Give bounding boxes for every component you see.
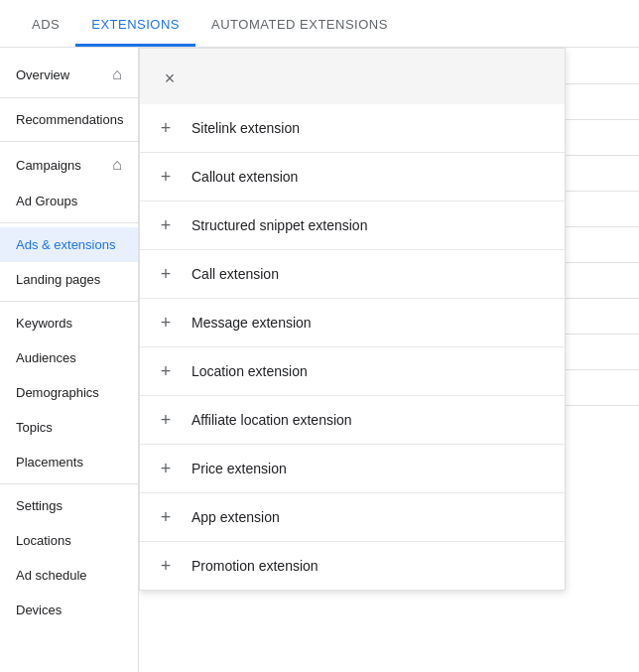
sidebar-item-label: Locations — [16, 533, 71, 548]
ext-item-sitelink[interactable]: + Sitelink extension — [140, 104, 565, 153]
sidebar-item-label: Recommendations — [16, 112, 123, 127]
add-icon: + — [156, 118, 176, 138]
ext-item-app[interactable]: + App extension — [140, 493, 565, 542]
sidebar-divider — [0, 97, 138, 98]
sidebar-item-demographics[interactable]: Demographics — [0, 375, 138, 410]
ext-item-price[interactable]: + Price extension — [140, 445, 565, 493]
sidebar-item-label: Placements — [16, 455, 83, 470]
sidebar-item-devices[interactable]: Devices — [0, 593, 138, 627]
ext-item-callout[interactable]: + Callout extension — [140, 153, 565, 202]
sidebar-item-settings[interactable]: Settings — [0, 488, 138, 523]
sidebar: Overview ⌂ Recommendations Campaigns ⌂ A… — [0, 48, 139, 672]
sidebar-item-label: Keywords — [16, 316, 72, 331]
sidebar-item-label: Ad schedule — [16, 568, 87, 583]
tab-extensions[interactable]: EXTENSIONS — [75, 5, 195, 47]
ext-item-label: Affiliate location extension — [192, 412, 352, 428]
sidebar-item-label: Devices — [16, 603, 62, 617]
add-icon: + — [156, 264, 176, 284]
sidebar-item-label: Demographics — [16, 385, 99, 400]
sidebar-item-label: Audiences — [16, 350, 76, 365]
sidebar-item-label: Overview — [16, 67, 69, 82]
sidebar-item-topics[interactable]: Topics — [0, 410, 138, 445]
sidebar-item-label: Campaigns — [16, 158, 81, 173]
sidebar-item-overview[interactable]: Overview ⌂ — [0, 56, 138, 93]
sidebar-item-audiences[interactable]: Audiences — [0, 340, 138, 375]
sidebar-item-ad-groups[interactable]: Ad Groups — [0, 184, 138, 218]
sidebar-item-keywords[interactable]: Keywords — [0, 306, 138, 340]
sidebar-item-recommendations[interactable]: Recommendations — [0, 102, 138, 137]
sidebar-item-label: Ad Groups — [16, 194, 77, 208]
ext-item-location[interactable]: + Location extension — [140, 347, 565, 396]
add-icon: + — [156, 167, 176, 187]
ext-item-structured-snippet[interactable]: + Structured snippet extension — [140, 202, 565, 250]
ext-item-label: Callout extension — [192, 169, 298, 185]
sidebar-item-campaigns[interactable]: Campaigns ⌂ — [0, 146, 138, 184]
add-icon: + — [156, 361, 176, 381]
sidebar-divider — [0, 301, 138, 302]
add-icon: + — [156, 507, 176, 527]
sidebar-item-label: Settings — [16, 498, 63, 513]
sidebar-item-ads-extensions[interactable]: Ads & extensions — [0, 227, 138, 262]
ext-item-promotion[interactable]: + Promotion extension — [140, 542, 565, 590]
sidebar-divider — [0, 141, 138, 142]
ext-item-label: Price extension — [192, 461, 287, 476]
add-icon: + — [156, 459, 176, 478]
ext-item-message[interactable]: + Message extension — [140, 299, 565, 347]
extension-list: + Sitelink extension + Callout extension… — [140, 104, 565, 590]
sidebar-item-landing-pages[interactable]: Landing pages — [0, 262, 138, 297]
extension-type-dropdown: × + Sitelink extension + Callout extensi… — [139, 48, 566, 591]
main-area: Overview ⌂ Recommendations Campaigns ⌂ A… — [0, 48, 639, 672]
ext-item-call[interactable]: + Call extension — [140, 250, 565, 299]
add-icon: + — [156, 556, 176, 576]
tab-automated-extensions[interactable]: AUTOMATED EXTENSIONS — [195, 5, 404, 47]
app-container: ADS EXTENSIONS AUTOMATED EXTENSIONS Over… — [0, 0, 639, 672]
sidebar-item-label: Ads & extensions — [16, 237, 115, 252]
add-icon: + — [156, 313, 176, 333]
sidebar-divider — [0, 222, 138, 223]
ext-item-label: App extension — [192, 509, 280, 525]
ext-item-label: Message extension — [192, 315, 312, 331]
home-icon: ⌂ — [112, 66, 122, 83]
sidebar-item-placements[interactable]: Placements — [0, 445, 138, 479]
ext-item-label: Call extension — [192, 266, 279, 282]
home-icon: ⌂ — [112, 156, 122, 174]
sidebar-item-label: Landing pages — [16, 272, 100, 287]
sidebar-divider — [0, 483, 138, 484]
sidebar-item-label: Topics — [16, 420, 53, 435]
add-icon: + — [156, 410, 176, 430]
dropdown-header: × — [140, 49, 565, 104]
add-icon: + — [156, 215, 176, 235]
ext-item-label: Structured snippet extension — [192, 217, 367, 233]
close-button[interactable]: × — [156, 65, 184, 92]
ext-item-label: Sitelink extension — [192, 120, 300, 136]
sidebar-item-ad-schedule[interactable]: Ad schedule — [0, 558, 138, 593]
ext-item-affiliate-location[interactable]: + Affiliate location extension — [140, 396, 565, 445]
sidebar-item-locations[interactable]: Locations — [0, 523, 138, 558]
tab-ads[interactable]: ADS — [16, 5, 75, 47]
ext-item-label: Promotion extension — [192, 558, 319, 574]
top-tabs: ADS EXTENSIONS AUTOMATED EXTENSIONS — [0, 0, 639, 48]
ext-item-label: Location extension — [192, 363, 308, 379]
content-area: Extension type Level Sitelink extension … — [139, 48, 639, 672]
